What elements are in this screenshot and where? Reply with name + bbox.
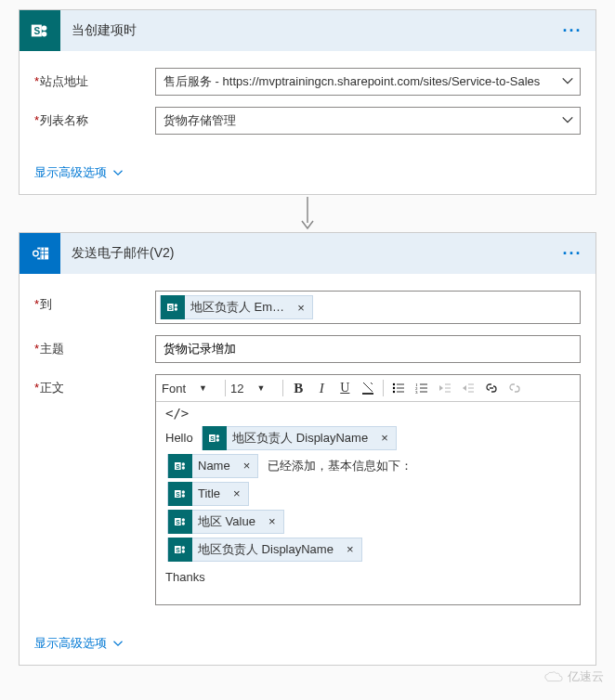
svg-point-18 (393, 387, 395, 389)
svg-point-46 (182, 494, 185, 497)
trigger-card: S 当创建项时 ··· *站点地址 售后服务 - https://mvptrai… (19, 9, 596, 195)
chevron-down-icon (112, 167, 124, 178)
svg-text:S: S (176, 547, 180, 553)
sharepoint-icon: S (168, 510, 192, 534)
svg-point-38 (216, 438, 219, 441)
sharepoint-icon: S (168, 454, 192, 478)
action-menu-button[interactable]: ··· (558, 244, 586, 264)
trigger-menu-button[interactable]: ··· (558, 21, 586, 41)
unlink-button (504, 378, 525, 398)
svg-text:S: S (176, 519, 180, 525)
bulleted-list-button[interactable] (388, 378, 409, 398)
sharepoint-icon: S (161, 295, 185, 319)
svg-point-42 (182, 466, 185, 469)
rich-text-editor: Font▼ 12▼ B I U 123 (155, 374, 581, 605)
chevron-down-icon (561, 74, 574, 87)
svg-point-37 (216, 434, 219, 437)
action-advanced-toggle[interactable]: 显示高级选项 (34, 635, 124, 652)
svg-text:S: S (211, 435, 216, 442)
indent-button (458, 378, 478, 398)
remove-token-button[interactable]: × (236, 452, 258, 480)
rte-toolbar: Font▼ 12▼ B I U 123 (156, 375, 580, 402)
remove-token-button[interactable]: × (261, 508, 283, 536)
svg-point-15 (175, 307, 177, 310)
chevron-down-icon (112, 638, 124, 649)
svg-point-45 (182, 490, 185, 493)
to-input[interactable]: S 地区负责人 Em… × (155, 291, 581, 324)
remove-token-button[interactable]: × (339, 536, 361, 564)
list-name-label: *列表名称 (34, 107, 155, 129)
svg-point-3 (42, 32, 47, 36)
dynamic-token[interactable]: S地区负责人 DisplayName× (167, 538, 362, 562)
dynamic-token[interactable]: S地区 Value× (167, 510, 284, 534)
font-select[interactable]: Font▼ (162, 382, 220, 395)
svg-point-17 (393, 383, 395, 385)
remove-token-button[interactable]: × (226, 480, 248, 508)
site-address-select[interactable]: 售后服务 - https://mvptrainingcn.sharepoint.… (155, 68, 581, 96)
action-header[interactable]: 发送电子邮件(V2) ··· (20, 233, 595, 274)
svg-point-50 (182, 522, 185, 525)
rte-body[interactable]: Hello S地区负责人 DisplayName× SName× 已经添加，基本… (156, 421, 580, 604)
svg-point-41 (182, 462, 185, 465)
action-card: 发送电子邮件(V2) ··· *到 S 地区负责人 Em… × *主题 (19, 232, 596, 666)
italic-button[interactable]: I (311, 378, 332, 398)
trigger-header[interactable]: S 当创建项时 ··· (20, 10, 595, 51)
svg-point-19 (393, 391, 395, 393)
list-name-select[interactable]: 货物存储管理 (155, 107, 581, 135)
svg-text:3: 3 (415, 390, 418, 395)
svg-text:S: S (168, 305, 173, 311)
site-address-label: *站点地址 (34, 68, 155, 90)
remove-token-button[interactable]: × (373, 424, 396, 452)
svg-point-54 (182, 550, 185, 552)
action-title: 发送电子邮件(V2) (60, 245, 558, 262)
sharepoint-icon: S (203, 426, 227, 450)
outdent-button (435, 378, 455, 398)
remove-token-button[interactable]: × (290, 301, 312, 315)
svg-point-14 (175, 304, 177, 306)
svg-rect-16 (362, 393, 373, 395)
dynamic-token[interactable]: STitle× (167, 482, 249, 506)
link-button[interactable] (481, 378, 502, 398)
numbered-list-button[interactable]: 123 (412, 378, 432, 398)
svg-text:S: S (34, 26, 41, 36)
outlook-icon (20, 233, 60, 274)
size-select[interactable]: 12▼ (230, 382, 278, 395)
trigger-title: 当创建项时 (60, 22, 558, 39)
dynamic-token[interactable]: S地区负责人 DisplayName× (202, 426, 397, 450)
bold-button[interactable]: B (288, 378, 308, 398)
sharepoint-icon: S (168, 482, 192, 506)
to-label: *到 (34, 291, 155, 313)
subject-input[interactable] (155, 335, 581, 363)
svg-point-49 (182, 518, 185, 521)
underline-button[interactable]: U (334, 378, 355, 398)
trigger-advanced-toggle[interactable]: 显示高级选项 (34, 164, 124, 181)
dynamic-token[interactable]: SName× (167, 454, 258, 478)
chevron-down-icon (561, 113, 574, 126)
flow-arrow (0, 195, 615, 232)
dynamic-token[interactable]: S 地区负责人 Em… × (160, 295, 313, 319)
sharepoint-icon: S (168, 538, 192, 562)
svg-point-2 (42, 26, 47, 32)
color-button[interactable] (358, 378, 378, 398)
body-label: *正文 (34, 374, 155, 396)
svg-text:S: S (176, 463, 180, 470)
watermark: 亿速云 (543, 668, 604, 685)
svg-text:S: S (176, 491, 180, 498)
svg-point-53 (182, 546, 185, 549)
subject-label: *主题 (34, 335, 155, 357)
sharepoint-icon: S (20, 10, 60, 51)
code-view-toggle[interactable]: </> (156, 402, 580, 421)
